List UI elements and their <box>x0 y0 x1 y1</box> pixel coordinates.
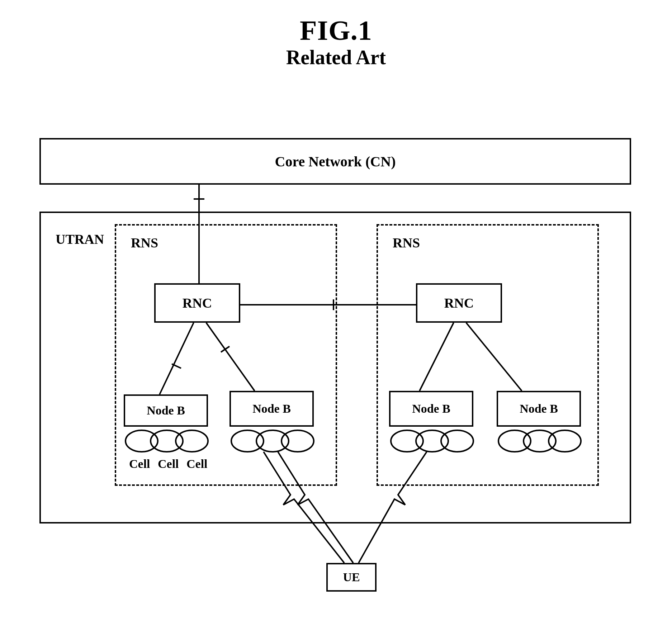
rnc-right-box: RNC <box>416 283 502 323</box>
utran-label: UTRAN <box>56 231 104 247</box>
nodeb-1-label: Node B <box>147 404 185 417</box>
cell-3-label: Cell <box>186 457 208 471</box>
rnc-right-label: RNC <box>444 295 474 311</box>
nodeb-4-label: Node B <box>520 402 558 416</box>
diagram-canvas: FIG.1 Related Art Core Network (CN) UTRA… <box>0 0 672 635</box>
core-network-label: Core Network (CN) <box>275 153 396 170</box>
rns-right-label: RNS <box>393 235 420 251</box>
figure-title-sub: Related Art <box>0 46 672 69</box>
rnc-left-label: RNC <box>183 295 212 311</box>
nodeb-1-box: Node B <box>124 394 208 427</box>
nodeb-3-box: Node B <box>389 391 473 427</box>
rnc-left-box: RNC <box>154 283 240 323</box>
cell-2-label: Cell <box>158 457 179 471</box>
rns-left-box <box>115 224 337 486</box>
ue-label: UE <box>343 570 360 584</box>
nodeb-3-label: Node B <box>412 402 450 416</box>
cell-1-label: Cell <box>129 457 150 471</box>
nodeb-4-box: Node B <box>497 391 581 427</box>
core-network-box: Core Network (CN) <box>39 138 631 185</box>
rns-right-box <box>377 224 599 486</box>
figure-title-main: FIG.1 <box>0 14 672 47</box>
nodeb-2-label: Node B <box>252 402 291 416</box>
rns-left-label: RNS <box>131 235 158 251</box>
ue-box: UE <box>326 563 377 592</box>
nodeb-2-box: Node B <box>229 391 314 427</box>
